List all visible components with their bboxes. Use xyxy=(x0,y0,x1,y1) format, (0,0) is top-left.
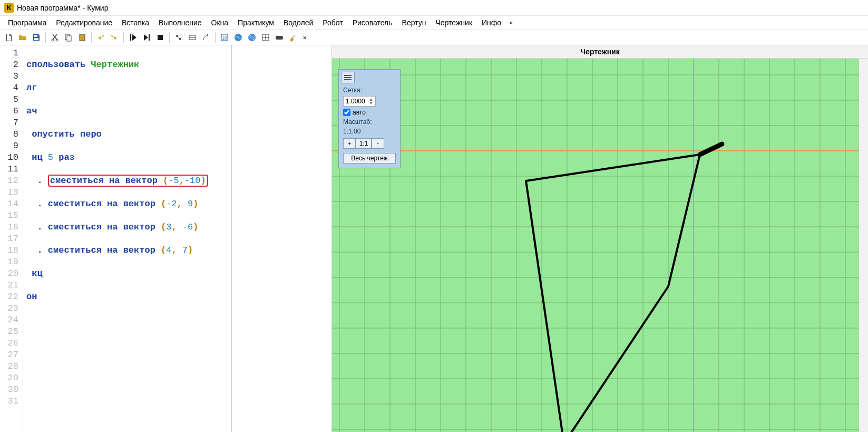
code-module: Чертежник xyxy=(91,60,139,70)
window-title: Новая программа* - Кумир xyxy=(17,4,108,12)
toolbar-separator xyxy=(123,32,124,43)
tool-a-icon[interactable] xyxy=(173,32,184,43)
line-number: 7 xyxy=(0,117,23,129)
svg-rect-9 xyxy=(158,35,163,40)
line-number: 31 xyxy=(0,396,23,407)
svg-rect-8 xyxy=(149,34,150,41)
menu-risovatel[interactable]: Рисователь xyxy=(348,17,397,28)
fit-all-button[interactable]: Весь чертеж xyxy=(343,153,396,164)
scale-value: 1:1.00 xyxy=(339,127,400,136)
line-number: 24 xyxy=(0,314,23,326)
tool-grid2-icon[interactable] xyxy=(260,32,271,43)
code-dot: . xyxy=(37,222,42,232)
paste-icon[interactable] xyxy=(76,32,88,43)
svg-rect-5 xyxy=(67,36,71,41)
code-keyword: ач xyxy=(26,106,37,116)
content-area: 1234567891011121314151617181920212223242… xyxy=(0,45,868,432)
code-keyword: сместиться на вектор xyxy=(48,245,155,255)
tool-wave2-icon[interactable] xyxy=(246,32,258,43)
line-number: 14 xyxy=(0,198,23,210)
line-number: 15 xyxy=(0,210,23,222)
tool-brush-icon[interactable] xyxy=(287,32,299,43)
grid-label: Сетка: xyxy=(339,85,400,95)
code-editor[interactable]: спользовать Чертежник лг ач опустить пер… xyxy=(23,45,231,432)
svg-rect-0 xyxy=(34,35,37,37)
code-keyword: кц xyxy=(32,268,42,279)
zoom-out-button[interactable]: - xyxy=(372,138,384,149)
highlighted-line: сместиться на вектор (-5,-10) xyxy=(48,175,208,187)
code-dot: . xyxy=(37,245,42,255)
zoom-reset-button[interactable]: 1:1 xyxy=(356,138,372,149)
code-keyword: он xyxy=(26,292,37,302)
menu-edit[interactable]: Редактирование xyxy=(51,17,117,28)
svg-rect-1 xyxy=(34,38,38,40)
line-number: 6 xyxy=(0,105,23,117)
code-keyword: нц xyxy=(32,152,42,162)
redo-icon[interactable] xyxy=(109,32,120,43)
line-number: 12 xyxy=(0,175,23,187)
line-number: 3 xyxy=(0,71,23,82)
line-number: 26 xyxy=(0,338,23,349)
code-keyword: спользовать xyxy=(26,60,85,70)
menu-windows[interactable]: Окна xyxy=(207,17,233,28)
menu-robot[interactable]: Робот xyxy=(318,17,347,28)
line-number: 21 xyxy=(0,280,23,291)
menu-program[interactable]: Программа xyxy=(3,17,51,28)
copy-icon[interactable] xyxy=(63,32,74,43)
open-file-icon[interactable] xyxy=(17,32,28,43)
grid-spin[interactable]: 1.0000▲▼ xyxy=(343,96,376,107)
new-file-icon[interactable] xyxy=(3,32,15,43)
line-number: 16 xyxy=(0,222,23,233)
menu-bar: Программа Редактирование Вставка Выполне… xyxy=(0,16,868,30)
svg-text:10: 10 xyxy=(222,35,227,41)
code-keyword: сместиться на вектор xyxy=(48,222,155,232)
line-number: 1 xyxy=(0,47,23,59)
grid-spin-value: 1.0000 xyxy=(346,98,365,105)
line-number: 19 xyxy=(0,256,23,268)
auto-checkbox[interactable] xyxy=(343,109,350,116)
line-number: 17 xyxy=(0,233,23,245)
zoom-in-button[interactable]: + xyxy=(343,138,356,149)
line-number: 2 xyxy=(0,59,23,71)
code-keyword: лг xyxy=(26,83,37,93)
line-number: 13 xyxy=(0,187,23,198)
canvas-title: Чертежник xyxy=(332,45,868,59)
menu-run[interactable]: Выполнение xyxy=(154,17,206,28)
save-file-icon[interactable] xyxy=(31,32,42,43)
menu-practice[interactable]: Практикум xyxy=(233,17,279,28)
tool-grid1-icon[interactable]: 10 xyxy=(219,32,230,43)
tool-c-icon[interactable] xyxy=(200,32,212,43)
undo-icon[interactable] xyxy=(95,32,106,43)
code-keyword: сместиться на вектор xyxy=(48,199,155,209)
menu-chertezhnik[interactable]: Чертежник xyxy=(431,17,477,28)
step-icon[interactable] xyxy=(141,32,152,43)
editor-pane: 1234567891011121314151617181920212223242… xyxy=(0,45,232,432)
line-number: 5 xyxy=(0,94,23,105)
toolbar-separator xyxy=(45,32,46,43)
svg-rect-18 xyxy=(276,36,283,40)
canvas-control-panel: Сетка: 1.0000▲▼ авто Масштаб: 1:1.00 + 1… xyxy=(338,69,401,168)
stop-icon[interactable] xyxy=(154,32,166,43)
menu-info[interactable]: Инфо xyxy=(477,17,506,28)
toolbar: 10 » xyxy=(0,30,868,45)
cut-icon[interactable] xyxy=(49,32,61,43)
menu-vodoley[interactable]: Водолей xyxy=(279,17,318,28)
run-icon[interactable] xyxy=(127,32,139,43)
toolbar-more-icon[interactable]: » xyxy=(301,34,309,41)
tool-wave-icon[interactable] xyxy=(232,32,244,43)
menu-vertun[interactable]: Вертун xyxy=(397,17,431,28)
menu-insert[interactable]: Вставка xyxy=(117,17,154,28)
tool-gamepad-icon[interactable] xyxy=(274,32,285,43)
svg-point-16 xyxy=(248,34,256,41)
toolbar-separator xyxy=(169,32,170,43)
tool-b-icon[interactable] xyxy=(187,32,198,43)
line-number: 4 xyxy=(0,82,23,94)
app-logo-icon: K xyxy=(4,3,14,13)
line-number: 18 xyxy=(0,245,23,256)
line-number: 28 xyxy=(0,361,23,372)
auto-label: авто xyxy=(353,109,366,116)
canvas-holder[interactable]: Сетка: 1.0000▲▼ авто Масштаб: 1:1.00 + 1… xyxy=(332,59,868,432)
panel-menu-icon[interactable] xyxy=(341,72,355,83)
menu-more-icon[interactable]: » xyxy=(506,17,516,28)
output-pane xyxy=(232,45,332,432)
